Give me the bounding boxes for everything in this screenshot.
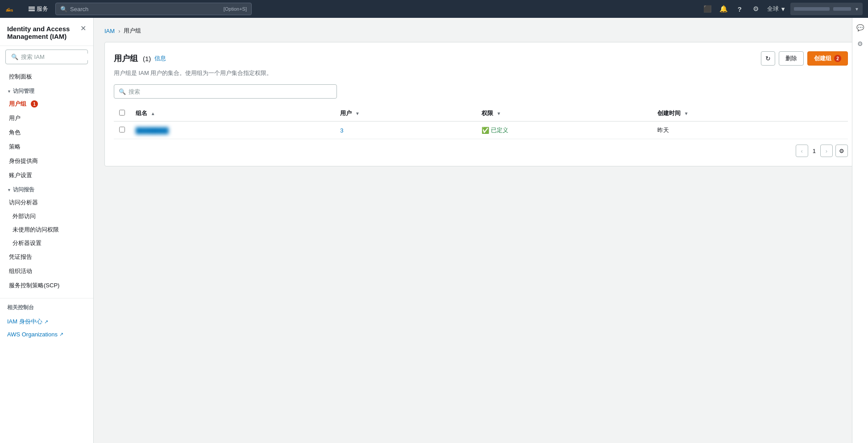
col-created[interactable]: 创建时间 ▼ bbox=[652, 106, 848, 121]
info-link[interactable]: 信息 bbox=[154, 54, 166, 62]
col-permissions-label: 权限 bbox=[482, 110, 493, 116]
account-info[interactable]: ▼ bbox=[790, 3, 863, 15]
sidebar-section-label: 访问报告 bbox=[13, 186, 34, 194]
status-dot-icon: ✅ bbox=[482, 127, 489, 134]
delete-button[interactable]: 删除 bbox=[779, 51, 804, 66]
sidebar-close-button[interactable]: ✕ bbox=[80, 25, 86, 32]
sidebar-item-analyzer-settings[interactable]: 分析器设置 bbox=[0, 236, 93, 250]
sidebar-item-access-analyzer[interactable]: 访问分析器 bbox=[0, 195, 93, 210]
next-page-button[interactable]: › bbox=[820, 145, 833, 157]
table-pagination: ‹ 1 › ⚙ bbox=[114, 145, 848, 157]
breadcrumb-current: 用户组 bbox=[124, 27, 141, 35]
sidebar-item-aws-organizations[interactable]: AWS Organizations ↗ bbox=[0, 328, 93, 340]
create-group-badge: 2 bbox=[834, 55, 841, 62]
sidebar-search-input[interactable] bbox=[21, 54, 94, 60]
table-header: 组名 ▲ 用户 ▼ 权限 ▼ bbox=[114, 106, 848, 121]
sidebar-item-external-access[interactable]: 外部访问 bbox=[0, 210, 93, 223]
account-chevron-icon: ▼ bbox=[855, 7, 859, 12]
created-time: 昨天 bbox=[657, 127, 669, 133]
services-label: 服务 bbox=[37, 5, 48, 13]
panel-settings-icon: ⚙ bbox=[857, 40, 863, 47]
sidebar-item-dashboard[interactable]: 控制面板 bbox=[0, 70, 93, 84]
gear-icon: ⚙ bbox=[753, 5, 759, 13]
table-settings-button[interactable]: ⚙ bbox=[835, 145, 848, 157]
sidebar-item-scp[interactable]: 服务控制策略(SCP) bbox=[0, 278, 93, 293]
external-link-icon: ↗ bbox=[59, 331, 63, 337]
services-button[interactable]: 服务 bbox=[26, 5, 51, 13]
sidebar-item-label: 访问分析器 bbox=[9, 199, 38, 207]
table-search-input[interactable] bbox=[129, 88, 332, 95]
right-panel-settings-button[interactable]: ⚙ bbox=[854, 37, 867, 50]
sidebar-item-user-groups[interactable]: 用户组 1 bbox=[0, 97, 93, 111]
user-groups-badge: 1 bbox=[31, 100, 38, 108]
sidebar-item-label: 角色 bbox=[9, 128, 21, 137]
table-row: ████████ 3 ✅ 已定义 bbox=[114, 121, 848, 139]
sidebar-title: ✕ Identity and Access Management (IAM) bbox=[0, 25, 93, 46]
iam-identity-center-label: IAM 身份中心 bbox=[7, 318, 42, 326]
user-groups-card: 用户组 (1) 信息 ↻ 删除 创建组 2 用户组是 IA bbox=[104, 42, 857, 166]
group-users-link[interactable]: 3 bbox=[340, 127, 343, 134]
col-name-label: 组名 bbox=[136, 110, 147, 116]
table-body: ████████ 3 ✅ 已定义 bbox=[114, 121, 848, 139]
group-name-link[interactable]: ████████ bbox=[136, 127, 169, 134]
sidebar-item-unused-access[interactable]: 未使用的访问权限 bbox=[0, 223, 93, 236]
col-users[interactable]: 用户 ▼ bbox=[335, 106, 476, 121]
prev-page-button[interactable]: ‹ bbox=[796, 145, 808, 157]
settings-button[interactable]: ⚙ bbox=[748, 2, 763, 16]
table-search-bar[interactable]: 🔍 bbox=[114, 84, 337, 99]
sidebar-item-label: 用户组 bbox=[9, 100, 26, 108]
sidebar-item-policies[interactable]: 策略 bbox=[0, 140, 93, 154]
sidebar-divider bbox=[0, 298, 93, 298]
sidebar-item-label: 控制面板 bbox=[9, 73, 32, 81]
top-navigation: aws 服务 🔍 [Option+S] ⬛ 🔔 ? ⚙ 全球 bbox=[0, 0, 868, 18]
aws-logo[interactable]: aws bbox=[5, 4, 21, 14]
nav-icons: ⬛ 🔔 ? ⚙ 全球 ▼ ▼ bbox=[700, 2, 863, 16]
refresh-icon: ↻ bbox=[765, 55, 771, 62]
row-checkbox[interactable] bbox=[119, 127, 125, 132]
refresh-button[interactable]: ↻ bbox=[761, 51, 775, 66]
groups-table: 组名 ▲ 用户 ▼ 权限 ▼ bbox=[114, 106, 848, 139]
sidebar-item-users[interactable]: 用户 bbox=[0, 111, 93, 125]
sidebar-section-label: 访问管理 bbox=[13, 87, 34, 95]
breadcrumb-iam-link[interactable]: IAM bbox=[104, 28, 115, 34]
card-header: 用户组 (1) 信息 ↻ 删除 创建组 2 bbox=[114, 51, 848, 66]
bell-icon: 🔔 bbox=[719, 5, 728, 13]
account-name-bar bbox=[794, 7, 830, 11]
cloudshell-icon: ⬛ bbox=[703, 5, 712, 13]
right-panel-top-button[interactable]: 💬 bbox=[854, 21, 867, 34]
main-layout: ✕ Identity and Access Management (IAM) 🔍… bbox=[0, 18, 868, 443]
status-label: 已定义 bbox=[491, 126, 508, 134]
create-group-button[interactable]: 创建组 2 bbox=[807, 51, 848, 66]
sidebar-item-credential-report[interactable]: 凭证报告 bbox=[0, 250, 93, 264]
sidebar-item-roles[interactable]: 角色 bbox=[0, 125, 93, 140]
global-search-bar[interactable]: 🔍 [Option+S] bbox=[55, 3, 252, 15]
col-name[interactable]: 组名 ▲ bbox=[130, 106, 335, 121]
sidebar-section-access-reports[interactable]: 访问报告 bbox=[0, 182, 93, 195]
page-title: 用户组 bbox=[114, 54, 138, 63]
region-selector[interactable]: 全球 ▼ bbox=[764, 5, 789, 13]
sidebar-item-identity-providers[interactable]: 身份提供商 bbox=[0, 154, 93, 168]
col-permissions[interactable]: 权限 ▼ bbox=[476, 106, 652, 121]
cloud-icon-button[interactable]: ⬛ bbox=[700, 2, 714, 16]
sidebar-item-label: 用户 bbox=[9, 114, 21, 122]
sort-none-icon: ▼ bbox=[355, 111, 360, 116]
col-users-label: 用户 bbox=[340, 110, 352, 116]
chevron-down-icon: ▼ bbox=[780, 6, 786, 12]
sidebar-search-bar[interactable]: 🔍 bbox=[5, 50, 88, 64]
sidebar-item-iam-identity-center[interactable]: IAM 身份中心 ↗ bbox=[0, 315, 93, 328]
notifications-button[interactable]: 🔔 bbox=[716, 2, 731, 16]
sort-asc-icon: ▲ bbox=[151, 111, 155, 116]
search-input[interactable] bbox=[70, 6, 224, 12]
sidebar-section-access-mgmt[interactable]: 访问管理 bbox=[0, 84, 93, 97]
sidebar-item-account-settings[interactable]: 账户设置 bbox=[0, 168, 93, 182]
sidebar-item-label: 分析器设置 bbox=[12, 240, 42, 246]
sidebar-item-org-activity[interactable]: 组织活动 bbox=[0, 264, 93, 278]
sidebar-item-label: 服务控制策略(SCP) bbox=[9, 282, 59, 290]
card-actions: ↻ 删除 创建组 2 bbox=[761, 51, 848, 66]
help-button[interactable]: ? bbox=[732, 2, 747, 16]
select-all-checkbox[interactable] bbox=[119, 110, 125, 116]
aws-organizations-label: AWS Organizations bbox=[7, 331, 58, 338]
group-created-cell: 昨天 bbox=[652, 121, 848, 139]
sort-none-icon: ▼ bbox=[684, 111, 689, 116]
settings-icon: ⚙ bbox=[839, 148, 844, 154]
